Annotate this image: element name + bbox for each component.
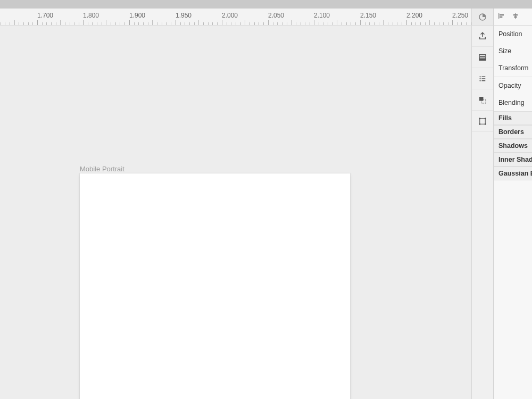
section-label: Inner Shadows [498, 156, 532, 163]
swatch-icon [478, 12, 487, 22]
ruler-minor-tick [291, 20, 292, 26]
svg-rect-1 [479, 54, 486, 56]
ruler-minor-tick [383, 20, 384, 26]
export-button[interactable] [472, 26, 493, 47]
ruler-minor-tick [198, 20, 199, 26]
transform-button[interactable] [472, 111, 493, 132]
align-center-button[interactable] [511, 12, 520, 22]
horizontal-ruler: 1.7001.8001.9001.9502.0002.0502.1002.150… [0, 9, 471, 26]
window-toolbar [0, 0, 532, 9]
transform-icon [478, 117, 487, 126]
row-label: Transform [498, 64, 529, 72]
artboard[interactable] [80, 173, 350, 399]
svg-point-6 [479, 78, 480, 79]
ruler-label: 2.100 [314, 12, 330, 19]
toolwell-spacer [472, 9, 493, 26]
row-label: Blending [498, 99, 525, 106]
row-label: Position [498, 30, 522, 38]
section-label: Shadows [498, 142, 528, 149]
canvas[interactable]: Mobile Portrait [0, 26, 471, 399]
svg-point-15 [479, 123, 480, 124]
ruler-label: 2.000 [222, 12, 238, 19]
align-left-icon [497, 12, 506, 20]
inspector-position-row[interactable]: Position [494, 26, 532, 43]
right-toolwell [471, 9, 494, 399]
svg-point-8 [479, 80, 480, 81]
inspector-blending-row[interactable]: Blending [494, 94, 532, 111]
inspector-transform-row[interactable]: Transform [494, 60, 532, 77]
align-center-icon [511, 12, 520, 20]
svg-point-14 [485, 118, 486, 119]
svg-rect-3 [479, 59, 486, 60]
row-label: Opacity [498, 82, 521, 89]
ruler-label: 2.050 [268, 12, 284, 19]
section-label: Gaussian Blur [498, 170, 532, 177]
section-label: Borders [498, 128, 524, 136]
inspector-opacity-row[interactable]: Opacity [494, 77, 532, 94]
ruler-minor-tick [106, 20, 106, 26]
selection-button[interactable] [472, 89, 493, 111]
ruler-label: 1.950 [176, 12, 192, 19]
ruler-minor-tick [152, 20, 153, 26]
svg-rect-12 [480, 118, 486, 124]
layers-button[interactable] [472, 47, 493, 68]
export-icon [478, 31, 487, 41]
ruler-label: 2.250 [452, 12, 468, 19]
ruler-minor-tick [60, 20, 61, 26]
list-icon [478, 74, 487, 84]
inspector-inner-shadows-section[interactable]: Inner Shadows [494, 153, 532, 167]
inspector-fills-section[interactable]: Fills [494, 111, 532, 125]
row-label: Size [498, 47, 511, 55]
ruler-label: 2.200 [406, 12, 422, 19]
selection-icon [478, 95, 487, 105]
svg-point-13 [479, 118, 480, 119]
ruler-label: 1.800 [83, 12, 99, 19]
ruler-label: 1.700 [37, 12, 53, 19]
layers-icon [478, 53, 487, 62]
ruler-label: 2.150 [360, 12, 376, 19]
inspector-gaussian-blur-section[interactable]: Gaussian Blur [494, 167, 532, 180]
inspector-borders-section[interactable]: Borders [494, 125, 532, 139]
ruler-minor-tick [245, 20, 245, 26]
svg-rect-22 [514, 16, 517, 18]
ruler-label: 1.900 [129, 12, 145, 19]
artboard-label[interactable]: Mobile Portrait [80, 165, 124, 173]
ruler-minor-tick [14, 20, 15, 26]
svg-point-16 [485, 123, 486, 124]
svg-rect-21 [513, 14, 518, 15]
align-left-button[interactable] [497, 12, 506, 22]
inspector-shadows-section[interactable]: Shadows [494, 139, 532, 153]
ruler-minor-tick [337, 20, 337, 26]
list-button[interactable] [472, 68, 493, 89]
svg-rect-19 [500, 16, 502, 18]
alignment-controls [494, 9, 532, 26]
svg-rect-18 [500, 14, 504, 15]
ruler-minor-tick [429, 20, 430, 26]
svg-rect-10 [479, 97, 484, 101]
svg-rect-2 [479, 57, 486, 59]
svg-point-4 [479, 76, 480, 77]
section-label: Fills [498, 114, 512, 122]
inspector-panel: Position Size Transform Opacity Blending… [494, 9, 532, 399]
swatch-button[interactable] [472, 9, 493, 26]
inspector-size-row[interactable]: Size [494, 43, 532, 60]
